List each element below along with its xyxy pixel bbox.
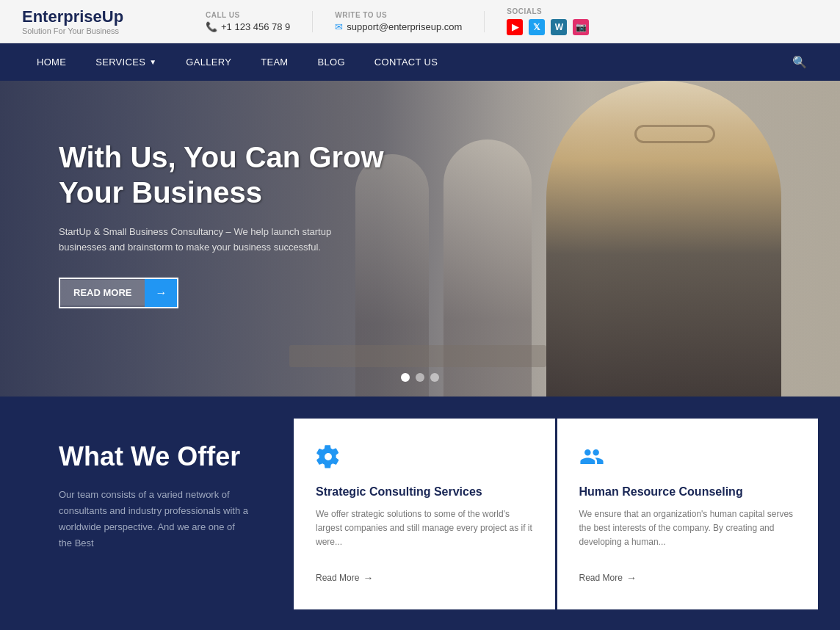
- twitter-icon[interactable]: 𝕏: [529, 19, 545, 35]
- service-card-1-link-arrow: →: [363, 572, 373, 584]
- nav-items: HOME SERVICES ▼ GALLERY TEAM BLOG CONTAC…: [22, 43, 781, 81]
- hero-dots: [401, 373, 439, 382]
- hero-title: With Us, You Can Grow Your Business: [59, 140, 404, 210]
- service-card-2-link[interactable]: Read More →: [579, 572, 797, 584]
- nav-item-team[interactable]: TEAM: [246, 43, 303, 81]
- write-to-us-block: WRITE TO US ✉ support@enterpriseup.com: [313, 11, 485, 32]
- service-card-1-title: Strategic Consulting Services: [316, 485, 533, 499]
- service-card-1-icon: [316, 444, 533, 474]
- phone-icon: 📞: [206, 21, 217, 32]
- hero-dot-3[interactable]: [430, 373, 439, 382]
- service-card-1: Strategic Consulting Services We offer s…: [294, 419, 555, 609]
- nav-bar: HOME SERVICES ▼ GALLERY TEAM BLOG CONTAC…: [0, 43, 840, 81]
- service-card-1-desc: We offer strategic solutions to some of …: [316, 507, 533, 561]
- top-bar: EnterpriseUp Solution For Your Business …: [0, 0, 840, 43]
- what-we-offer-left: What We Offer Our team consists of a var…: [0, 397, 279, 630]
- nav-item-gallery[interactable]: GALLERY: [171, 43, 246, 81]
- hero-section: With Us, You Can Grow Your Business Star…: [0, 81, 840, 397]
- service-card-2-title: Human Resource Counseling: [579, 485, 797, 499]
- service-card-2-icon: [579, 444, 797, 474]
- read-more-button[interactable]: Read More →: [59, 278, 178, 308]
- call-us-label: CALL US: [206, 11, 290, 19]
- socials-label: SOCIALS: [507, 7, 589, 15]
- nav-item-home[interactable]: HOME: [22, 43, 81, 81]
- email-icon: ✉: [335, 21, 343, 32]
- call-us-value: 📞 +1 123 456 78 9: [206, 21, 290, 32]
- nav-item-services[interactable]: SERVICES ▼: [81, 43, 171, 81]
- what-we-offer-description: Our team consists of a varied network of…: [59, 487, 250, 551]
- service-card-2-link-text: Read More: [579, 573, 623, 583]
- services-dropdown-arrow: ▼: [149, 58, 156, 66]
- what-we-offer-title: What We Offer: [59, 441, 250, 472]
- logo-tagline: Solution For Your Business: [22, 26, 184, 35]
- socials-block: SOCIALS ▶ 𝕏 W 📷: [485, 7, 611, 35]
- read-more-label: Read More: [60, 280, 145, 305]
- social-icons: ▶ 𝕏 W 📷: [507, 19, 589, 35]
- instagram-icon[interactable]: 📷: [573, 19, 589, 35]
- nav-item-blog[interactable]: BLOG: [303, 43, 359, 81]
- write-to-us-value: ✉ support@enterpriseup.com: [335, 21, 462, 32]
- top-contact: CALL US 📞 +1 123 456 78 9 WRITE TO US ✉ …: [184, 7, 818, 35]
- logo-area: EnterpriseUp Solution For Your Business: [22, 7, 184, 35]
- service-card-2-desc: We ensure that an organization's human c…: [579, 507, 797, 561]
- service-card-1-link-text: Read More: [316, 573, 359, 583]
- services-cards-area: Strategic Consulting Services We offer s…: [279, 397, 840, 630]
- call-us-block: CALL US 📞 +1 123 456 78 9: [184, 11, 313, 32]
- youtube-icon[interactable]: ▶: [507, 19, 523, 35]
- service-card-1-link[interactable]: Read More →: [316, 572, 533, 584]
- service-card-2: Human Resource Counseling We ensure that…: [557, 419, 819, 609]
- logo-name[interactable]: EnterpriseUp: [22, 7, 184, 26]
- hero-content: With Us, You Can Grow Your Business Star…: [0, 81, 426, 338]
- nav-item-contact[interactable]: CONTACT US: [360, 43, 452, 81]
- hero-dot-1[interactable]: [401, 373, 410, 382]
- hero-dot-2[interactable]: [416, 373, 424, 382]
- service-card-2-link-arrow: →: [626, 572, 637, 584]
- write-to-us-label: WRITE TO US: [335, 11, 462, 19]
- wordpress-icon[interactable]: W: [551, 19, 567, 35]
- what-we-offer-section: What We Offer Our team consists of a var…: [0, 397, 840, 630]
- read-more-arrow-icon: →: [145, 279, 177, 307]
- search-icon[interactable]: 🔍: [781, 44, 818, 80]
- hero-subtitle: StartUp & Small Business Consultancy – W…: [59, 225, 338, 256]
